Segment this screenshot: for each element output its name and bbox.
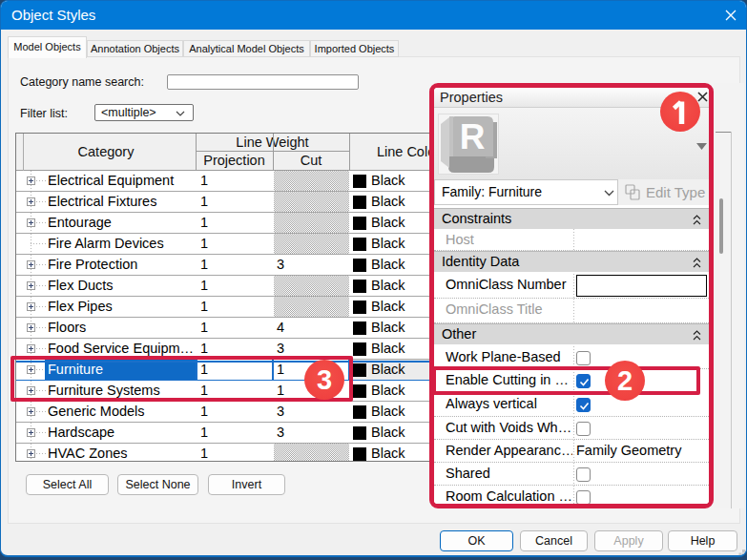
svg-text:R: R <box>460 117 486 156</box>
